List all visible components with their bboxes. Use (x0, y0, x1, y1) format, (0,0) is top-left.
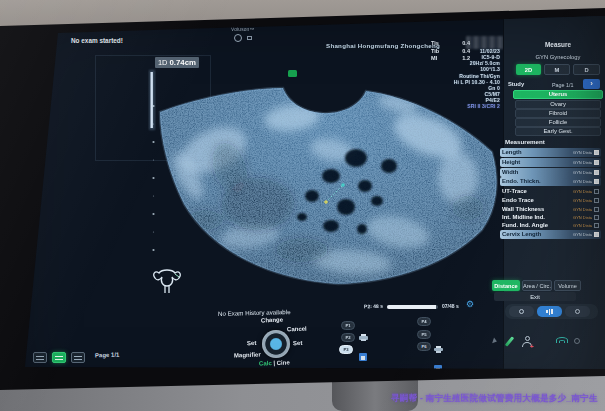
measurement-label: Endo Trace (502, 197, 534, 203)
checkbox-icon[interactable] (594, 198, 599, 203)
status-circle-icon (574, 338, 580, 344)
trackball-hint-change: Change (261, 317, 283, 324)
measurement-result-label: 1D 0.74cm (155, 57, 199, 68)
layout-grid-icon[interactable] (52, 352, 66, 363)
cine-label: Cine (277, 359, 290, 365)
mode-circle-button[interactable] (565, 306, 590, 317)
mode-ellipse-button[interactable] (509, 306, 534, 317)
checkbox-icon[interactable] (594, 207, 599, 212)
checkbox-icon[interactable] (594, 189, 599, 194)
measurement-row-cervix-length[interactable]: Cervix Length GYN Dista (500, 230, 601, 239)
divider: | (273, 360, 275, 366)
brand-logo-square-icon (247, 36, 252, 40)
measurement-tool: GYN Dista (573, 232, 594, 237)
ti-label: Tis (431, 40, 439, 48)
measurement-row-endo-trace[interactable]: Endo Trace GYN Dista (500, 196, 601, 205)
checkbox-icon[interactable] (594, 232, 599, 237)
program-uterus[interactable]: Uterus (513, 90, 603, 99)
measurement-label: Height (502, 159, 520, 165)
measurement-row-width[interactable]: Width GYN Dista (500, 168, 601, 177)
histogram-icon (546, 310, 548, 313)
panel-subtitle: GYN Gynecology (513, 54, 603, 60)
measurement-tool: GYN Dista (573, 189, 594, 194)
printer-icon (434, 346, 443, 353)
p2-button[interactable]: P2 (341, 333, 355, 342)
measurement-label: Wall Thickness (502, 206, 544, 212)
distance-button[interactable]: Distance (492, 280, 520, 291)
gear-icon[interactable]: ⚙ (466, 299, 474, 309)
caliper-id: 1D (158, 58, 167, 67)
layout-list-icon[interactable] (71, 352, 85, 363)
p5-button[interactable]: P5 (417, 330, 431, 339)
volume-button[interactable]: Volume (554, 280, 581, 291)
measurement-row-height[interactable]: Height GYN Dista (500, 158, 601, 167)
measurement-label: Int. Midline Ind. (502, 214, 545, 220)
param-line-sri: SRI II 3/CRI 2 (392, 103, 500, 109)
program-follicle[interactable]: Follicle (515, 118, 601, 127)
tab-m[interactable]: M (544, 64, 570, 75)
measurement-label: Width (502, 169, 518, 175)
mode-histogram-button[interactable] (537, 306, 562, 317)
measurement-label: UT-Trace (502, 188, 527, 194)
p4-button[interactable]: P4 (417, 317, 431, 326)
next-page-button[interactable]: › (583, 79, 600, 89)
measurement-row-fund-ind-angle[interactable]: Fund. Ind. Angle GYN Dista (500, 221, 601, 230)
trackball-hint-set-right: Set (293, 340, 303, 346)
measurement-tool: GYN Dista (573, 207, 594, 212)
program-ovary[interactable]: Ovary (515, 100, 601, 109)
checkbox-icon[interactable] (594, 160, 599, 165)
measurement-tool: GYN Dista (573, 150, 594, 155)
orientation-marker-icon (288, 70, 297, 77)
page-indicator: Page 1/1 (95, 352, 120, 359)
measurement-row-length[interactable]: Length GYN Dista (500, 148, 601, 157)
measurement-tool: GYN Dista (573, 215, 594, 220)
area-circ-button[interactable]: Area / Circ. (522, 280, 552, 291)
measurement-label: Endo. Thickn. (502, 178, 541, 184)
brand-logo-icon (234, 34, 242, 42)
touchscreen: No exam started! Voluson™ Shanghai Hongm… (0, 0, 605, 411)
measurement-tool: GYN Dista (573, 198, 594, 203)
measurement-tool: GYN Dista (573, 170, 594, 175)
measurement-row-endo-thickn[interactable]: Endo. Thickn. GYN Dista (500, 177, 601, 186)
no-exam-status: No exam started! (71, 37, 123, 44)
study-label: Study (508, 81, 524, 87)
ellipse-icon (519, 309, 524, 314)
measurement-row-ut-trace[interactable]: UT-Trace GYN Dista (500, 187, 601, 196)
p1-button[interactable]: P1 (341, 321, 355, 330)
program-fibroid[interactable]: Fibroid (515, 109, 601, 118)
tab-d[interactable]: D (573, 64, 600, 75)
ultrasound-machine-photo: No exam started! Voluson™ Shanghai Hongm… (0, 0, 605, 411)
exit-button[interactable]: Exit (494, 292, 576, 301)
program-early-gest[interactable]: Early Gest. (515, 127, 601, 136)
brand-label: Voluson™ (231, 27, 254, 32)
display-mode-row (505, 304, 598, 319)
video-watermark: 寻嗣帮 - 南宁生殖医院做试管费用大概是多少_南宁生 (391, 393, 598, 405)
measurement-label: Cervix Length (502, 231, 541, 237)
p6-button[interactable]: P6 (417, 342, 431, 351)
layout-single-icon[interactable] (33, 352, 47, 363)
capture-progress-bar (387, 305, 438, 309)
add-patient-plus-icon: + (530, 343, 534, 350)
layout-switcher (33, 352, 85, 363)
checkbox-icon[interactable] (594, 179, 599, 184)
checkbox-icon[interactable] (594, 170, 599, 175)
measurement-tool: GYN Dista (573, 160, 594, 165)
checkbox-icon[interactable] (594, 150, 599, 155)
imaging-parameters: 11/02/23 IC5-9-D 20Hz/ 5.0cm 100°/1.3 Ro… (392, 48, 500, 110)
checkbox-icon[interactable] (594, 215, 599, 220)
trackball-hint-set-left: Set (247, 340, 257, 346)
wifi-icon (556, 337, 568, 344)
uterus-pictogram-icon (154, 270, 180, 293)
capture-progress-fill (387, 305, 436, 309)
panel-title: Measure (523, 41, 593, 48)
trackball-indicator[interactable] (262, 330, 290, 358)
measurement-section-header: Measurement (505, 138, 545, 145)
circle-icon (575, 309, 580, 314)
printer-icon (359, 334, 368, 341)
capture-timer-label: P2: 48 s (364, 303, 383, 309)
measurement-tool: GYN Dista (573, 223, 594, 228)
p3-button[interactable]: P3 (339, 345, 353, 354)
checkbox-icon[interactable] (594, 223, 599, 228)
tab-2d[interactable]: 2D (516, 64, 541, 75)
caliper-value: 0.74cm (169, 58, 195, 67)
